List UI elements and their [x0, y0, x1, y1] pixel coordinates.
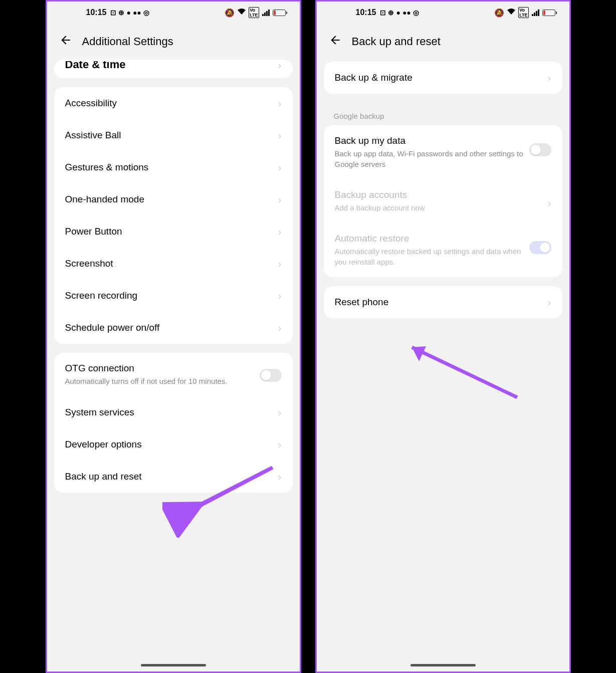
section-google-backup: Google backup	[317, 103, 569, 125]
page-title: Back up and reset	[352, 35, 441, 48]
card-group-1: Accessibility › Assistive Ball › Gesture…	[54, 87, 293, 344]
chevron-right-icon: ›	[278, 60, 282, 71]
row-accessibility[interactable]: Accessibility ›	[54, 87, 293, 119]
home-indicator[interactable]	[141, 664, 206, 666]
row-label: Schedule power on/off	[65, 322, 278, 333]
home-indicator[interactable]	[410, 664, 476, 666]
page-title: Additional Settings	[82, 35, 173, 48]
row-label: Back up & migrate	[335, 72, 548, 83]
wifi-icon	[507, 8, 515, 17]
row-backup-accounts[interactable]: Backup accounts Add a backup account now…	[324, 179, 562, 223]
row-power-button[interactable]: Power Button ›	[54, 215, 293, 248]
row-label: Gestures & motions	[65, 162, 278, 173]
row-otg-connection[interactable]: OTG connection Automatically turns off i…	[54, 353, 293, 396]
row-label: One-handed mode	[65, 194, 278, 205]
row-label: OTG connection	[65, 363, 260, 374]
page-header: Additional Settings	[47, 24, 300, 62]
mute-icon: 🔕	[225, 8, 235, 18]
annotation-arrow	[351, 341, 351, 341]
status-bar: 10:15 ⊡⊕●●●◎ 🔕 VoLTE	[47, 2, 300, 24]
battery-icon	[542, 10, 555, 16]
row-subtitle: Automatically restore backed up settings…	[335, 246, 529, 267]
row-back-up-migrate[interactable]: Back up & migrate ›	[324, 62, 562, 94]
chevron-right-icon: ›	[278, 194, 282, 205]
chevron-right-icon: ›	[278, 290, 282, 302]
row-label: Power Button	[65, 226, 278, 237]
row-label: Automatic restore	[335, 233, 529, 244]
row-label: Back up and reset	[65, 471, 278, 482]
row-label: Backup accounts	[335, 189, 548, 200]
mute-icon: 🔕	[494, 8, 504, 18]
row-screenshot[interactable]: Screenshot ›	[54, 248, 293, 280]
status-time: 10:15	[356, 8, 376, 17]
row-label: Accessibility	[65, 98, 278, 109]
chevron-right-icon: ›	[278, 162, 282, 173]
row-automatic-restore[interactable]: Automatic restore Automatically restore …	[324, 223, 562, 277]
row-label: System services	[65, 407, 278, 418]
battery-icon	[273, 10, 286, 16]
card-clipped: Date & time ›	[54, 60, 293, 78]
chevron-right-icon: ›	[278, 98, 282, 109]
chevron-right-icon: ›	[548, 197, 551, 209]
volte-icon: VoLTE	[518, 7, 528, 18]
row-subtitle: Back up app data, Wi-Fi passwords and ot…	[335, 148, 529, 169]
row-subtitle: Add a backup account now	[335, 202, 548, 213]
volte-icon: VoLTE	[249, 7, 259, 18]
row-label: Reset phone	[335, 297, 548, 308]
row-back-up-and-reset[interactable]: Back up and reset ›	[54, 461, 293, 493]
card-google-backup: Back up my data Back up app data, Wi-Fi …	[324, 125, 562, 277]
card-group-2: OTG connection Automatically turns off i…	[54, 353, 293, 493]
phone-left: 10:15 ⊡⊕●●●◎ 🔕 VoLTE Additional Settings…	[46, 0, 301, 673]
row-label: Developer options	[65, 439, 278, 450]
backup-data-toggle[interactable]	[529, 143, 551, 156]
chevron-right-icon: ›	[278, 226, 282, 238]
row-system-services[interactable]: System services ›	[54, 396, 293, 428]
otg-toggle[interactable]	[260, 369, 282, 382]
row-back-up-my-data[interactable]: Back up my data Back up app data, Wi-Fi …	[324, 125, 562, 179]
chevron-right-icon: ›	[278, 439, 282, 451]
signal-icon	[262, 9, 270, 16]
row-screen-recording[interactable]: Screen recording ›	[54, 280, 293, 312]
card-reset: Reset phone ›	[324, 286, 562, 318]
row-label: Screen recording	[65, 290, 278, 301]
annotation-arrow-right	[392, 332, 532, 412]
phone-right: 10:15 ⊡⊕●●●◎ 🔕 VoLTE Back up and reset B…	[315, 0, 571, 673]
back-button[interactable]	[329, 34, 342, 50]
auto-restore-toggle[interactable]	[529, 241, 551, 254]
svg-line-1	[412, 347, 517, 397]
row-label: Back up my data	[335, 135, 529, 146]
chevron-right-icon: ›	[278, 258, 282, 270]
wifi-icon	[238, 8, 246, 17]
row-developer-options[interactable]: Developer options ›	[54, 428, 293, 461]
chevron-right-icon: ›	[548, 72, 551, 84]
row-schedule-power[interactable]: Schedule power on/off ›	[54, 312, 293, 344]
status-app-icons: ⊡⊕●●●◎	[110, 9, 149, 17]
row-subtitle: Automatically turns off if not used for …	[65, 376, 260, 386]
row-assistive-ball[interactable]: Assistive Ball ›	[54, 119, 293, 151]
chevron-right-icon: ›	[278, 130, 282, 141]
signal-icon	[532, 9, 539, 16]
status-time: 10:15	[86, 8, 107, 17]
chevron-right-icon: ›	[548, 297, 551, 308]
row-date-time[interactable]: Date & time ›	[54, 60, 293, 78]
page-header: Back up and reset	[317, 24, 569, 62]
status-app-icons: ⊡⊕●●●◎	[380, 9, 419, 17]
chevron-right-icon: ›	[278, 471, 282, 483]
status-tray: 🔕 VoLTE	[494, 7, 555, 18]
status-bar: 10:15 ⊡⊕●●●◎ 🔕 VoLTE	[317, 2, 569, 24]
card-backup-migrate: Back up & migrate ›	[324, 62, 562, 94]
row-gestures-motions[interactable]: Gestures & motions ›	[54, 151, 293, 183]
status-tray: 🔕 VoLTE	[225, 7, 285, 18]
row-label: Screenshot	[65, 258, 278, 269]
row-label: Date & time	[65, 61, 278, 71]
back-button[interactable]	[59, 34, 72, 50]
row-label: Assistive Ball	[65, 130, 278, 141]
row-one-handed[interactable]: One-handed mode ›	[54, 183, 293, 215]
chevron-right-icon: ›	[278, 322, 282, 334]
row-reset-phone[interactable]: Reset phone ›	[324, 286, 562, 318]
chevron-right-icon: ›	[278, 407, 282, 418]
